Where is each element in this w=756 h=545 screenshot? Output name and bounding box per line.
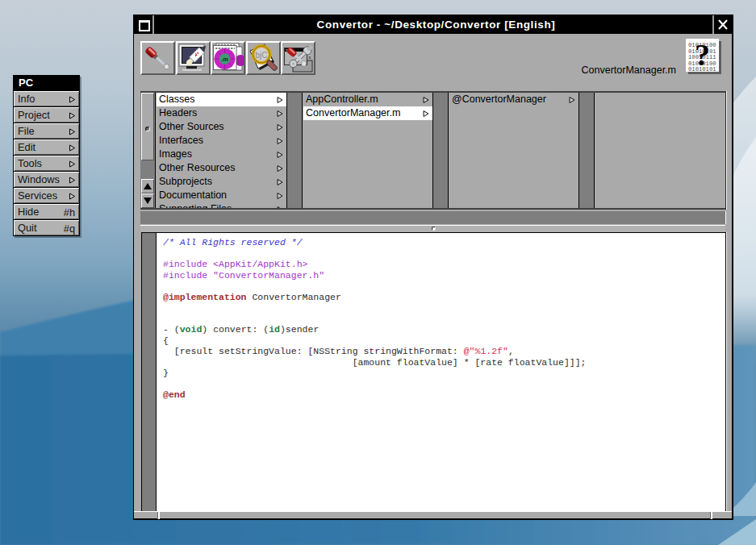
svg-text:x: x xyxy=(308,55,311,60)
svg-text:?: ? xyxy=(695,39,710,72)
svg-text:.m: .m xyxy=(221,56,228,63)
svg-text:bjC: bjC xyxy=(255,51,267,60)
